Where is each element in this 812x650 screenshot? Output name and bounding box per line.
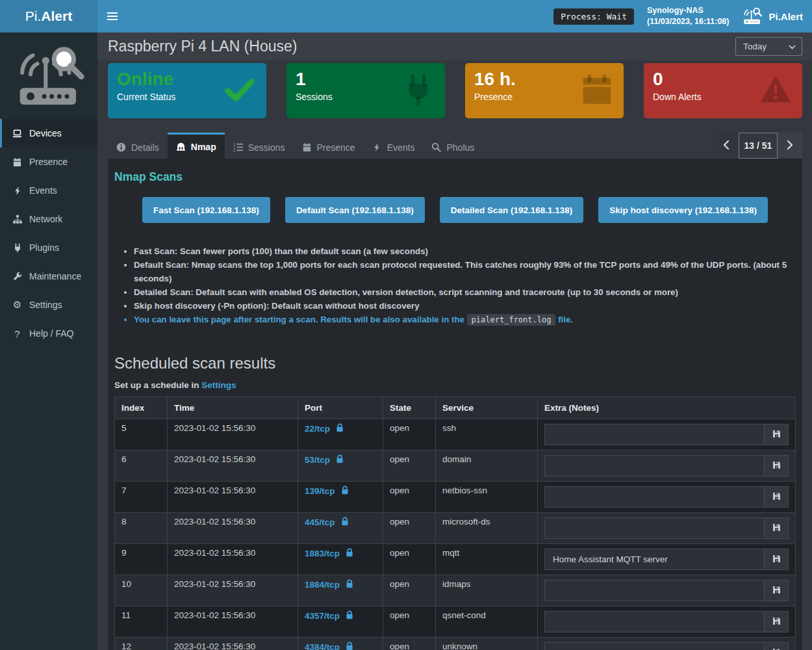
card-down-alerts[interactable]: 0 Down Alerts — [644, 63, 802, 118]
next-device-button[interactable] — [778, 133, 802, 159]
cell-state: open — [383, 638, 436, 650]
save-note-button[interactable] — [764, 643, 788, 650]
app-logo[interactable]: Pi.Alert — [742, 6, 803, 27]
device-pager: 13 / 51 — [714, 133, 802, 159]
detailed-scan-button[interactable]: Detailed Scan (192.168.1.138) — [440, 197, 584, 223]
port-link[interactable]: 4357/tcp — [305, 610, 353, 621]
lock-icon — [341, 517, 349, 528]
svg-text:2: 2 — [233, 148, 236, 152]
pager-position: 13 / 51 — [739, 133, 778, 159]
sidebar-item-settings[interactable]: ⚙ Settings — [0, 291, 97, 319]
plug-icon — [12, 242, 23, 253]
sidebar-item-plugins[interactable]: Plugins — [0, 233, 97, 262]
save-note-button[interactable] — [764, 549, 788, 569]
port-link[interactable]: 53/tcp — [305, 454, 344, 465]
save-icon — [772, 491, 781, 503]
save-note-button[interactable] — [764, 456, 788, 476]
tab-details[interactable]: Details — [108, 134, 168, 159]
note-input-group — [544, 549, 789, 570]
note-input[interactable] — [545, 643, 764, 650]
lock-icon — [346, 579, 353, 590]
laptop-icon — [12, 128, 23, 138]
content-header: Raspberry Pi 4 LAN (House) Today — [97, 32, 812, 60]
brand-logo[interactable]: Pi.Alert — [0, 0, 97, 32]
sidebar-toggle-button[interactable] — [97, 0, 127, 32]
info-circle-icon — [116, 142, 126, 152]
nmap-section-title: Nmap Scans — [114, 170, 796, 184]
save-note-button[interactable] — [764, 612, 788, 632]
col-header-index: Index — [115, 397, 168, 419]
note-input[interactable] — [545, 518, 764, 538]
save-note-button[interactable] — [764, 487, 788, 507]
cell-index: 6 — [115, 450, 168, 482]
port-link[interactable]: 1884/tcp — [305, 579, 353, 590]
tab-sessions[interactable]: 12 Sessions — [225, 134, 294, 159]
sidebar-item-label: Plugins — [29, 242, 59, 253]
hamburger-icon — [107, 12, 118, 20]
save-note-button[interactable] — [764, 424, 788, 445]
calendar-icon — [579, 72, 615, 107]
table-row: 10 2023-01-02 15:56:30 1884/tcp open idm… — [115, 575, 796, 606]
sidebar-item-devices[interactable]: Devices — [0, 119, 97, 148]
sidebar-item-presence[interactable]: Presence — [0, 148, 97, 176]
log-filename-chip: pialert_front.log — [467, 314, 556, 326]
cell-time: 2023-01-02 15:56:30 — [168, 419, 298, 450]
save-note-button[interactable] — [764, 580, 788, 601]
settings-link[interactable]: Settings — [201, 380, 236, 390]
cell-service: mqtt — [436, 544, 538, 575]
port-link[interactable]: 1883/tcp — [305, 548, 353, 559]
table-row: 8 2023-01-02 15:56:30 445/tcp open micro… — [115, 513, 796, 544]
port-link[interactable]: 22/tcp — [305, 423, 344, 434]
note-input[interactable] — [545, 456, 764, 476]
cell-index: 5 — [115, 419, 168, 450]
sidebar-item-label: Maintenance — [29, 271, 81, 281]
note-input[interactable] — [545, 612, 764, 632]
cell-port: 1883/tcp — [305, 549, 340, 558]
list-ol-icon: 12 — [233, 142, 243, 152]
default-scan-button[interactable]: Default Scan (192.168.1.138) — [285, 197, 425, 223]
cell-state: open — [383, 450, 436, 482]
table-header-row: Index Time Port State Service Extra (Not… — [115, 397, 796, 419]
cell-port: 1884/tcp — [305, 580, 340, 590]
lock-icon — [346, 642, 353, 650]
tab-presence[interactable]: Presence — [294, 134, 364, 159]
port-link[interactable]: 4384/tcp — [305, 642, 353, 650]
save-note-button[interactable] — [764, 518, 788, 538]
fast-scan-button[interactable]: Fast Scan (192.168.1.138) — [142, 197, 270, 223]
cell-state: open — [383, 544, 436, 575]
card-sessions[interactable]: 1 Sessions — [286, 63, 445, 118]
sidebar-item-network[interactable]: Network — [0, 205, 97, 233]
note-input[interactable] — [545, 580, 764, 601]
note-input[interactable] — [545, 549, 764, 569]
warning-icon — [758, 72, 793, 107]
save-icon — [772, 523, 781, 534]
sidebar-item-maintenance[interactable]: Maintenance — [0, 262, 97, 291]
top-navbar: Pi.Alert Process: Wait Synology-NAS (11/… — [0, 0, 812, 32]
note-input[interactable] — [545, 424, 764, 445]
port-link[interactable]: 139/tcp — [305, 486, 349, 497]
card-presence[interactable]: 16 h. Presence — [465, 63, 624, 118]
log-hint-text: You can leave this page after starting a… — [134, 315, 467, 324]
sidebar-item-events[interactable]: Events — [0, 176, 97, 205]
host-name: Synology-NAS — [647, 5, 730, 16]
period-select[interactable]: Today — [735, 37, 802, 56]
prev-device-button[interactable] — [714, 133, 739, 159]
topnav: Process: Wait Synology-NAS (11/03/2023, … — [97, 0, 812, 32]
tab-events[interactable]: Events — [364, 134, 424, 159]
skip-host-discovery-button[interactable]: Skip host discovery (192.168.1.138) — [598, 197, 768, 223]
sidebar-item-help[interactable]: ? Help / FAQ — [0, 319, 97, 348]
cell-service: qsnet-cond — [436, 606, 538, 638]
note-input-group — [544, 642, 789, 650]
cell-port: 53/tcp — [305, 455, 330, 465]
tab-label: Nmap — [191, 142, 216, 152]
cell-time: 2023-01-02 15:56:30 — [168, 638, 298, 650]
scan-buttons: Fast Scan (192.168.1.138) Default Scan (… — [114, 197, 796, 223]
tab-pholus[interactable]: Pholus — [423, 134, 483, 159]
tab-nmap[interactable]: Nmap — [168, 133, 225, 159]
port-link[interactable]: 445/tcp — [305, 517, 349, 528]
note-input[interactable] — [545, 487, 764, 507]
note-input-group — [544, 611, 789, 632]
card-current-status[interactable]: Online Current Status — [108, 63, 266, 118]
scan-note: Default Scan: Nmap scans the top 1,000 p… — [134, 258, 796, 285]
table-row: 5 2023-01-02 15:56:30 22/tcp open ssh — [115, 419, 796, 450]
